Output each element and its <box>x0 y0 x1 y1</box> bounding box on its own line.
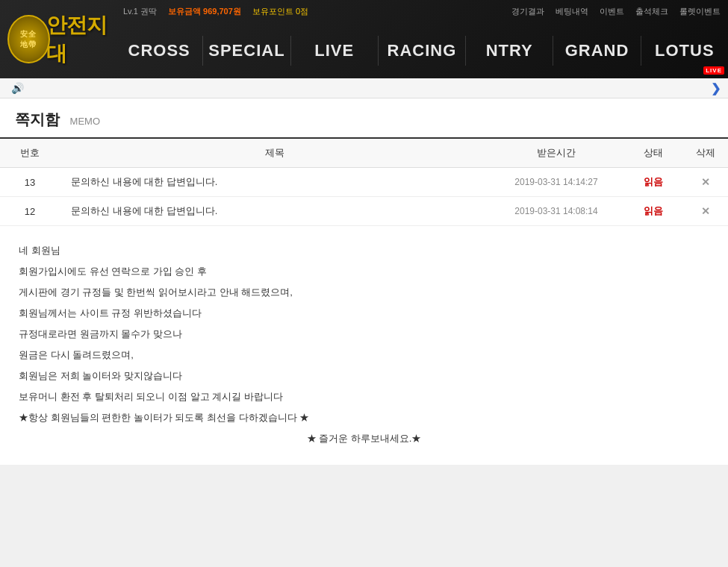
row-number-12: 12 <box>0 197 60 226</box>
logo-area[interactable]: 安全 地帶 안전지대 <box>0 11 116 68</box>
nav-racing[interactable]: RACING <box>379 22 465 78</box>
message-content: 네 회원님 회원가입시에도 유선 연락으로 가입 승인 후 게시판에 경기 규정… <box>0 226 728 465</box>
nav-live[interactable]: LIVE <box>291 22 378 78</box>
logo-circle: 安全 地帶 <box>7 15 50 63</box>
row-title-12[interactable]: 문의하신 내용에 대한 답변입니다. <box>60 197 489 226</box>
message-line-3: 회원님께서는 사이트 규정 위반하셨습니다 <box>19 304 709 323</box>
page-title-area: 쪽지함 MEMO <box>0 98 728 139</box>
message-line-4: 규정대로라면 원금까지 몰수가 맞으나 <box>19 325 709 344</box>
row-title-13[interactable]: 문의하신 내용에 대한 답변입니다. <box>60 168 489 197</box>
nav-cross[interactable]: CROSS <box>116 22 202 78</box>
col-status: 상태 <box>623 139 683 168</box>
lotus-live-badge: LIVE <box>703 66 724 75</box>
logo-chinese-top: 安全 <box>20 29 37 40</box>
message-line-9: ★ 즐거운 하루보내세요.★ <box>19 429 709 448</box>
top-nav-roulette[interactable]: 롤렛이벤트 <box>679 6 721 17</box>
message-line-6: 회원님은 저희 놀이터와 맞지않습니다 <box>19 366 709 386</box>
col-number: 번호 <box>0 139 60 168</box>
message-line-7: 보유머니 환전 후 탈퇴처리 되오니 이점 알고 계시길 바랍니다 <box>19 387 709 407</box>
top-nav-results[interactable]: 경기결과 <box>511 6 544 17</box>
content-area: 🔊 ❯ 쪽지함 MEMO 번호 제목 받은시간 상태 삭제 13 문의하신 내용… <box>0 78 728 465</box>
message-line-2: 게시판에 경기 규정들 및 한번씩 읽어보시라고 안내 해드렸으며, <box>19 283 709 302</box>
row-time-13: 2019-03-31 14:14:27 <box>489 168 623 197</box>
main-nav: CROSS SPECIAL LIVE RACING NTRY GRAND LOT… <box>116 22 728 78</box>
nav-grand[interactable]: GRAND <box>553 22 640 78</box>
message-line-5: 원금은 다시 돌려드렸으며, <box>19 345 709 365</box>
row-status-13[interactable]: 읽음 <box>623 168 683 197</box>
nav-ntry[interactable]: NTRY <box>466 22 553 78</box>
table-head: 번호 제목 받은시간 상태 삭제 <box>0 139 728 168</box>
table-body: 13 문의하신 내용에 대한 답변입니다. 2019-03-31 14:14:2… <box>0 168 728 226</box>
row-delete-13[interactable]: ✕ <box>683 168 728 197</box>
top-info-bar: Lv.1 권딱 보유금액 969,707원 보유포인트 0점 경기결과 베팅내역… <box>116 0 728 22</box>
message-line-0: 네 회원님 <box>19 241 709 260</box>
content-header-bar: 🔊 ❯ <box>0 78 728 98</box>
nav-special[interactable]: SPECIAL <box>203 22 290 78</box>
row-number-13: 13 <box>0 168 60 197</box>
row-status-12[interactable]: 읽음 <box>623 197 683 226</box>
col-title: 제목 <box>60 139 489 168</box>
logo-chinese-bottom: 地帶 <box>20 40 37 50</box>
right-arrow-icon: ❯ <box>711 81 721 95</box>
message-line-8: ★항상 회원님들의 편한한 놀이터가 되도록 최선을 다하겠습니다 ★ <box>19 408 709 427</box>
speaker-icon: 🔊 <box>11 82 24 94</box>
table-row: 12 문의하신 내용에 대한 답변입니다. 2019-03-31 14:08:1… <box>0 197 728 226</box>
user-level: Lv.1 권딱 <box>123 6 157 17</box>
header: 安全 地帶 안전지대 Lv.1 권딱 보유금액 969,707원 보유포인트 0… <box>0 0 728 78</box>
page-title: 쪽지함 MEMO <box>15 111 100 128</box>
top-nav-event[interactable]: 이벤트 <box>600 6 624 17</box>
row-time-12: 2019-03-31 14:08:14 <box>489 197 623 226</box>
nav-lotus[interactable]: LOTUS LIVE <box>641 22 728 78</box>
col-time: 받은시간 <box>489 139 623 168</box>
logo-korean-text: 안전지대 <box>46 11 116 68</box>
row-delete-12[interactable]: ✕ <box>683 197 728 226</box>
page-title-en: MEMO <box>70 116 100 127</box>
col-delete: 삭제 <box>683 139 728 168</box>
table-header-row: 번호 제목 받은시간 상태 삭제 <box>0 139 728 168</box>
top-nav-attendance[interactable]: 출석체크 <box>635 6 668 17</box>
top-nav-betting[interactable]: 베팅내역 <box>556 6 588 17</box>
table-row: 13 문의하신 내용에 대한 답변입니다. 2019-03-31 14:14:2… <box>0 168 728 197</box>
top-nav-links: 경기결과 베팅내역 이벤트 출석체크 롤렛이벤트 <box>511 6 721 17</box>
balance-label: 보유금액 969,707원 <box>168 6 241 17</box>
message-line-1: 회원가입시에도 유선 연락으로 가입 승인 후 <box>19 262 709 281</box>
points-label: 보유포인트 0점 <box>252 6 308 17</box>
memo-table: 번호 제목 받은시간 상태 삭제 13 문의하신 내용에 대한 답변입니다. 2… <box>0 139 728 226</box>
